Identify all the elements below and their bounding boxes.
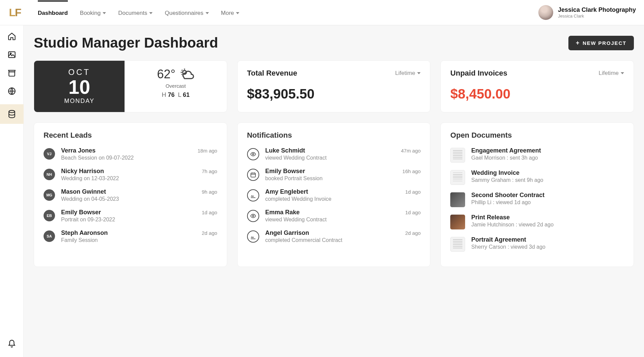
lead-time: 18m ago <box>197 147 217 154</box>
lead-name: Emily Bowser <box>61 209 196 216</box>
nav-label: Questionnaires <box>165 10 203 17</box>
document-name: Second Shooter Contract <box>471 192 624 199</box>
notif-name: Angel Garrison <box>265 229 399 237</box>
nav-item-dashboard[interactable]: Dashboard <box>38 0 68 25</box>
lead-item[interactable]: SASteph AaronsonFamily Session2d ago <box>44 229 217 243</box>
database-icon[interactable] <box>0 104 24 124</box>
chevron-down-icon <box>206 12 209 14</box>
document-sub: Sherry Carson : viewed 3d ago <box>471 244 624 250</box>
calendar-icon <box>247 169 259 181</box>
weather-box: 62° Overcast H 76 L 61 <box>125 61 226 112</box>
chevron-down-icon <box>236 12 239 14</box>
new-project-label: NEW PROJECT <box>583 40 626 46</box>
nav-item-questionnaires[interactable]: Questionnaires <box>165 0 209 25</box>
document-thumbnail <box>450 170 465 185</box>
eye-icon <box>247 210 259 222</box>
lead-item[interactable]: NHNicky HarrisonWedding on 12-03-20227h … <box>44 168 217 182</box>
lead-sub: Wedding on 12-03-2022 <box>61 175 196 182</box>
revenue-range-selector[interactable]: Lifetime <box>395 70 421 77</box>
chevron-down-icon <box>149 12 153 14</box>
user-name: Jessica Clark <box>558 13 636 19</box>
globe-icon[interactable] <box>7 86 17 96</box>
document-thumbnail <box>450 148 465 163</box>
document-item[interactable]: Portrait AgreementSherry Carson : viewed… <box>450 236 624 252</box>
eye-icon <box>247 148 259 160</box>
document-item[interactable]: Second Shooter ContractPhillip Li : view… <box>450 192 624 207</box>
svg-point-5 <box>252 154 254 155</box>
topbar: LF DashboardBookingDocumentsQuestionnair… <box>0 0 644 25</box>
lead-sub: Beach Session on 09-07-2022 <box>61 155 191 161</box>
document-item[interactable]: Print ReleaseJamie Hutchinson : viewed 2… <box>450 214 624 229</box>
top-nav: DashboardBookingDocumentsQuestionnairesM… <box>38 0 239 25</box>
date-day: 10 <box>34 77 125 98</box>
invoices-card: Unpaid Invoices Lifetime $8,450.00 <box>440 60 634 112</box>
lead-name: Steph Aaronson <box>61 229 196 237</box>
svg-point-3 <box>9 110 15 113</box>
lead-sub: Portrait on 09-23-2022 <box>61 217 196 223</box>
sign-icon <box>247 230 259 243</box>
initials-badge: VJ <box>44 148 55 160</box>
invoices-value: $8,450.00 <box>450 86 624 102</box>
lead-item[interactable]: MGMason GwinnetWedding on 04-05-20239h a… <box>44 188 217 202</box>
nav-item-documents[interactable]: Documents <box>118 0 153 25</box>
document-sub: Jamie Hutchinson : viewed 2d ago <box>471 222 624 228</box>
notification-item[interactable]: Emma Rakeviewed Wedding Contract1d ago <box>247 209 421 223</box>
image-icon[interactable] <box>7 50 17 60</box>
invoices-range-selector[interactable]: Lifetime <box>598 70 624 77</box>
document-sub: Sammy Graham : sent 9h ago <box>471 177 624 183</box>
open-documents-card: Open Documents Engagement AgreementGael … <box>440 122 634 267</box>
nav-label: More <box>221 10 234 17</box>
notif-name: Emily Bowser <box>265 168 396 175</box>
store-icon[interactable] <box>7 68 17 78</box>
lead-sub: Wedding on 04-05-2023 <box>61 196 196 202</box>
leads-title: Recent Leads <box>44 131 217 140</box>
weather-icon <box>180 67 194 82</box>
notif-name: Emma Rake <box>265 209 399 216</box>
notification-item[interactable]: Amy Englebertcompleted Wedding Invoice1d… <box>247 188 421 202</box>
document-thumbnail <box>450 215 465 229</box>
notif-time: 1d ago <box>405 209 421 215</box>
svg-point-1 <box>10 53 11 54</box>
revenue-card: Total Revenue Lifetime $83,905.50 <box>237 60 431 112</box>
notif-sub: booked Portrait Session <box>265 175 396 182</box>
document-name: Wedding Invoice <box>471 169 624 176</box>
revenue-title: Total Revenue <box>247 69 297 78</box>
date-weather-card: OCT 10 MONDAY 62° Overcast H 76 L 61 <box>34 60 227 112</box>
lead-sub: Family Session <box>61 237 196 243</box>
notification-item[interactable]: Emily Bowserbooked Portrait Session16h a… <box>247 168 421 182</box>
new-project-button[interactable]: + NEW PROJECT <box>568 36 634 50</box>
avatar <box>538 5 553 20</box>
invoices-range-label: Lifetime <box>598 70 619 77</box>
bell-icon[interactable] <box>7 339 17 349</box>
user-block[interactable]: Jessica Clark Photography Jessica Clark <box>538 5 636 20</box>
nav-label: Dashboard <box>38 10 68 17</box>
notification-item[interactable]: Angel Garrisoncompleted Commercial Contr… <box>247 229 421 243</box>
document-name: Print Release <box>471 214 624 221</box>
svg-rect-6 <box>251 173 256 177</box>
notif-time: 16h ago <box>402 168 421 174</box>
user-company: Jessica Clark Photography <box>558 6 636 13</box>
document-item[interactable]: Engagement AgreementGael Morrison : sent… <box>450 147 624 163</box>
notif-name: Luke Schmidt <box>265 147 395 154</box>
invoices-title: Unpaid Invoices <box>450 69 507 78</box>
notif-time: 1d ago <box>405 188 421 195</box>
lead-name: Mason Gwinnet <box>61 188 196 195</box>
page-title: Studio Manager Dashboard <box>34 35 218 51</box>
home-icon[interactable] <box>7 31 17 42</box>
nav-item-booking[interactable]: Booking <box>80 0 106 25</box>
weather-hilo: H 76 L 61 <box>125 91 226 99</box>
lead-time: 7h ago <box>202 168 217 174</box>
notif-sub: completed Commercial Contract <box>265 237 399 243</box>
lead-item[interactable]: EBEmily BowserPortrait on 09-23-20221d a… <box>44 209 217 223</box>
logo[interactable]: LF <box>6 6 24 19</box>
notif-time: 47m ago <box>401 147 421 154</box>
chevron-down-icon <box>417 72 421 74</box>
initials-badge: MG <box>44 189 55 201</box>
nav-item-more[interactable]: More <box>221 0 240 25</box>
notifications-title: Notifications <box>247 131 421 140</box>
notification-item[interactable]: Luke Schmidtviewed Wedding Contract47m a… <box>247 147 421 161</box>
lead-item[interactable]: VJVerra JonesBeach Session on 09-07-2022… <box>44 147 217 161</box>
notif-sub: viewed Wedding Contract <box>265 217 399 223</box>
document-item[interactable]: Wedding InvoiceSammy Graham : sent 9h ag… <box>450 169 624 185</box>
lead-name: Nicky Harrison <box>61 168 196 175</box>
